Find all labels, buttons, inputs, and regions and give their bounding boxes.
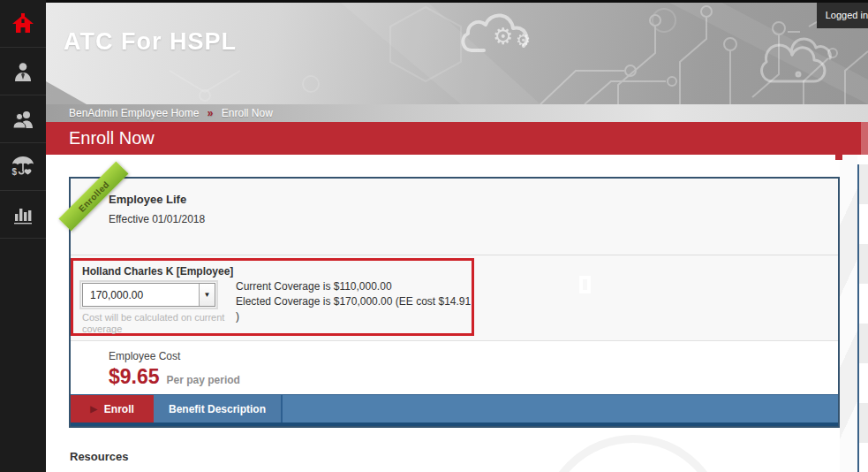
resources-heading: Resources: [70, 450, 128, 463]
breadcrumb: BenAdmin Employee Home » Enroll Now: [46, 104, 868, 122]
breadcrumb-home-link[interactable]: BenAdmin Employee Home: [69, 107, 199, 119]
plan-effective-date: Effective 01/01/2018: [109, 213, 838, 225]
employee-cost-section: Employee Cost $9.65 Per pay period: [71, 340, 838, 394]
page-title: Enroll Now: [69, 122, 155, 155]
logged-in-badge[interactable]: Logged in: [817, 3, 868, 28]
sidebar-item-employee[interactable]: [0, 48, 46, 95]
title-bar-notch: [835, 155, 842, 160]
plan-header: Employee Life Effective 01/01/2018: [71, 179, 838, 255]
coverage-note: Cost will be calculated on current cover…: [82, 312, 259, 335]
sidebar-item-home[interactable]: [0, 0, 46, 48]
employee-icon: [12, 61, 34, 82]
page-title-bar: Enroll Now: [46, 122, 868, 155]
elected-coverage-text: Elected Coverage is $170,000.00 (EE cost…: [236, 294, 472, 324]
page: ⚙ ⚙ ATC For HSPL Logged in BenAdmin Empl…: [0, 0, 868, 472]
coverage-select-button[interactable]: ▼: [199, 284, 215, 306]
app-header: ⚙ ⚙ ATC For HSPL: [46, 0, 868, 104]
play-icon: ▶: [90, 404, 97, 414]
missing-glyph-placeholder: [579, 276, 591, 293]
sidebar-item-dependents[interactable]: [0, 95, 46, 143]
current-coverage-text: Current Coverage is $110,000.00: [236, 279, 472, 294]
home-icon: [11, 13, 34, 34]
coverage-summary: Current Coverage is $110,000.00 Elected …: [236, 279, 472, 324]
sidebar: $: [0, 0, 46, 472]
benefits-insurance-icon: $: [11, 156, 35, 179]
tab-benefit-description-label: Benefit Description: [169, 403, 266, 415]
tab-enroll[interactable]: ▶ Enroll: [71, 395, 154, 423]
gear-icon: ⚙: [516, 32, 531, 49]
member-section: Holland Charles K [Employee] 170,000.00 …: [71, 255, 838, 340]
enrollment-card: Employee Life Effective 01/01/2018 Holla…: [69, 177, 840, 428]
coverage-select[interactable]: 170,000.00 ▼: [82, 283, 215, 307]
dependents-icon: [11, 109, 34, 130]
employee-cost-period: Per pay period: [167, 374, 240, 386]
sidebar-item-reports[interactable]: [0, 191, 46, 239]
caret-down-icon: ▼: [204, 291, 211, 299]
tab-enroll-label: Enroll: [104, 403, 134, 415]
title-bar-highlight: [861, 122, 868, 155]
breadcrumb-separator-icon: »: [208, 107, 214, 119]
member-highlight-box: Holland Charles K [Employee] 170,000.00 …: [71, 258, 474, 336]
adjacent-panel-border: [857, 164, 859, 472]
card-tab-bar: ▶ Enroll Benefit Description: [71, 394, 838, 426]
breadcrumb-current: Enroll Now: [222, 107, 273, 119]
tab-benefit-description[interactable]: Benefit Description: [154, 395, 283, 423]
top-edge-strip: [46, 0, 868, 3]
app-title: ATC For HSPL: [64, 28, 237, 56]
member-name: Holland Charles K [Employee]: [82, 265, 233, 278]
employee-cost-label: Employee Cost: [109, 350, 838, 362]
sidebar-item-benefits[interactable]: $: [0, 143, 46, 191]
adjacent-panel-sliver: [859, 164, 868, 472]
reports-chart-icon: [11, 204, 34, 225]
background-arc: [540, 435, 726, 472]
background-swoosh: [840, 155, 857, 472]
tab-bar-filler: [283, 395, 838, 423]
coverage-select-value: 170,000.00: [83, 289, 199, 301]
employee-cost-amount: $9.65: [109, 365, 160, 389]
plan-name: Employee Life: [109, 193, 838, 206]
gear-icon: ⚙: [493, 25, 513, 48]
svg-text:$: $: [12, 167, 18, 177]
